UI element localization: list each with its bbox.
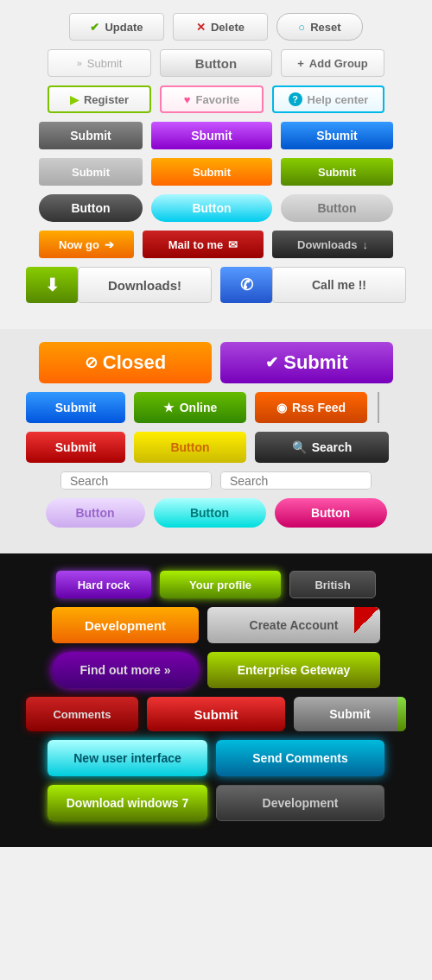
row-submit-online-rss: Submit ★ Online ◉ Rss Feed bbox=[17, 392, 415, 423]
row-register-favorite-help: ▶ Register ♥ Favorite ? Help center bbox=[17, 85, 415, 113]
hardrock-button[interactable]: Hard rock bbox=[56, 571, 151, 598]
button-dark-pill[interactable]: Button bbox=[39, 194, 143, 222]
circle-icon: ○ bbox=[298, 21, 305, 34]
chevrons-icon: » bbox=[77, 58, 82, 68]
online-green-button[interactable]: ★ Online bbox=[134, 392, 246, 423]
heart-icon: ♥ bbox=[184, 93, 191, 106]
row-downloads-callme: ⬇ Downloads! ✆ Call me !! bbox=[17, 267, 415, 303]
download-icon: ↓ bbox=[362, 238, 368, 251]
check2-icon: ✔ bbox=[265, 353, 278, 372]
check-icon: ✔ bbox=[90, 21, 99, 34]
question-icon: ? bbox=[289, 92, 302, 106]
row-update-delete-reset: ✔ Update ✕ Delete ○ Reset bbox=[17, 13, 415, 41]
rssfeed-button[interactable]: ◉ Rss Feed bbox=[255, 392, 367, 423]
search-input-group1: 🔍 bbox=[60, 471, 212, 490]
search-input1[interactable] bbox=[61, 472, 212, 489]
closed-button[interactable]: ⊘ Closed bbox=[39, 342, 212, 383]
row-development-createaccount: Development Create Account bbox=[17, 607, 415, 643]
section2: ⊘ Closed ✔ Submit Submit ★ Online ◉ Rss … bbox=[0, 329, 432, 553]
row-submit-button-search: Submit Button 🔍 Search bbox=[17, 432, 415, 463]
downloads-group: ⬇ Downloads! bbox=[26, 267, 212, 303]
nowgo-button[interactable]: Now go ➔ bbox=[39, 231, 134, 258]
button-yellow-button[interactable]: Button bbox=[134, 432, 246, 463]
row-button-pills1: Button Button Button bbox=[17, 194, 415, 222]
favorite-button[interactable]: ♥ Favorite bbox=[160, 85, 264, 113]
submit-blue2-button[interactable]: Submit bbox=[26, 392, 125, 423]
help-button[interactable]: ? Help center bbox=[272, 85, 384, 113]
enterprise-button[interactable]: Enterprise Geteway bbox=[207, 652, 380, 688]
button-gray-button[interactable]: Button bbox=[160, 49, 272, 77]
x-icon: ✕ bbox=[196, 21, 206, 34]
submit-outline-button[interactable]: » Submit bbox=[48, 49, 151, 77]
arrow-icon: ▶ bbox=[70, 93, 79, 106]
row-nowgo-mailto-downloads: Now go ➔ Mail to me ✉ Downloads ↓ bbox=[17, 231, 415, 258]
star-icon: ★ bbox=[163, 401, 175, 414]
no-icon: ⊘ bbox=[85, 353, 98, 372]
downloads-label-button[interactable]: Downloads! bbox=[78, 267, 212, 303]
mailto-button[interactable]: Mail to me ✉ bbox=[143, 231, 264, 258]
mail-icon: ✉ bbox=[228, 238, 238, 251]
submit-green-button[interactable]: Submit bbox=[281, 158, 393, 186]
row-comments-submit-submit: Comments Submit Submit bbox=[17, 697, 415, 731]
register-button[interactable]: ▶ Register bbox=[48, 85, 151, 113]
section3: Hard rock Your profile British Developme… bbox=[0, 553, 432, 847]
findoutmore-button[interactable]: Find out more » bbox=[52, 652, 199, 688]
submit-sec2-button[interactable]: ✔ Submit bbox=[220, 342, 393, 383]
sendcomments-button[interactable]: Send Comments bbox=[216, 740, 384, 776]
phone-icon: ✆ bbox=[240, 275, 253, 294]
submit-blue-button[interactable]: Sbumit bbox=[281, 122, 393, 149]
submit-red2-button[interactable]: Submit bbox=[147, 697, 285, 731]
button-lilac-pill[interactable]: Button bbox=[46, 498, 145, 528]
row-closed-submit: ⊘ Closed ✔ Submit bbox=[17, 342, 415, 383]
submit-silver-button[interactable]: Submit bbox=[294, 697, 406, 731]
search-input-group2: 🔍 bbox=[220, 471, 372, 490]
row-findoutmore-enterprise: Find out more » Enterprise Geteway bbox=[17, 652, 415, 688]
button-pink-pill[interactable]: Button bbox=[275, 498, 387, 528]
update-button[interactable]: ✔ Update bbox=[69, 13, 164, 41]
row-search-inputs: 🔍 🔍 bbox=[17, 471, 415, 490]
plus-icon: + bbox=[297, 57, 304, 70]
development-dark-button[interactable]: Development bbox=[216, 785, 384, 821]
submit-red-button[interactable]: Submit bbox=[26, 432, 125, 463]
newui-button[interactable]: New user interface bbox=[48, 740, 207, 776]
yourprofile-button[interactable]: Your profile bbox=[160, 571, 281, 598]
row-hardrock-yourprofile-british: Hard rock Your profile British bbox=[17, 571, 415, 598]
rss-icon: ◉ bbox=[276, 401, 287, 414]
row-submit-dark-purple-blue: Submit Sbumit Sbumit bbox=[17, 122, 415, 149]
submit-dark-button[interactable]: Submit bbox=[39, 122, 143, 149]
download-arrow-icon: ⬇ bbox=[45, 275, 60, 295]
development-orange-button[interactable]: Development bbox=[52, 607, 199, 643]
button-cyan-pill[interactable]: Button bbox=[151, 194, 272, 222]
downloads-dark-button[interactable]: Downloads ↓ bbox=[272, 231, 393, 258]
submit-gray2-button[interactable]: Submit bbox=[39, 158, 143, 186]
callme-icon-button[interactable]: ✆ bbox=[220, 267, 272, 303]
callme-group: ✆ Call me !! bbox=[220, 267, 406, 303]
row-newui-sendcomments: New user interface Send Comments bbox=[17, 740, 415, 776]
divider bbox=[378, 392, 379, 423]
add-group-button[interactable]: + Add Group bbox=[281, 49, 384, 77]
callme-label-button[interactable]: Call me !! bbox=[272, 267, 406, 303]
downloads-icon-button[interactable]: ⬇ bbox=[26, 267, 78, 303]
downloadwin-button[interactable]: Download windows 7 bbox=[48, 785, 207, 821]
reset-button[interactable]: ○ Reset bbox=[276, 13, 363, 41]
search-dark-button[interactable]: 🔍 Search bbox=[255, 432, 389, 463]
row-downloadwin-development: Download windows 7 Development bbox=[17, 785, 415, 821]
delete-button[interactable]: ✕ Delete bbox=[173, 13, 268, 41]
button-purple2-pill[interactable]: Button bbox=[281, 194, 393, 222]
british-button[interactable]: British bbox=[289, 571, 376, 598]
submit-purple-button[interactable]: Sbumit bbox=[151, 122, 272, 149]
button-cyan2-pill[interactable]: Button bbox=[154, 498, 266, 528]
submit-orange-button[interactable]: Submit bbox=[151, 158, 272, 186]
createaccount-button[interactable]: Create Account bbox=[207, 607, 380, 643]
row-submit-gray-orange-green: Submit Submit Submit bbox=[17, 158, 415, 186]
comments-red-button[interactable]: Comments bbox=[26, 697, 138, 731]
row-button-pills2: Button Button Button bbox=[17, 498, 415, 528]
search-icon: 🔍 bbox=[292, 440, 307, 454]
section1: ✔ Update ✕ Delete ○ Reset » Submit Butto… bbox=[0, 0, 432, 329]
arrow-right-icon: ➔ bbox=[105, 238, 114, 251]
search-input2[interactable] bbox=[221, 472, 372, 489]
row-submit-button-addgroup: » Submit Button + Add Group bbox=[17, 49, 415, 77]
